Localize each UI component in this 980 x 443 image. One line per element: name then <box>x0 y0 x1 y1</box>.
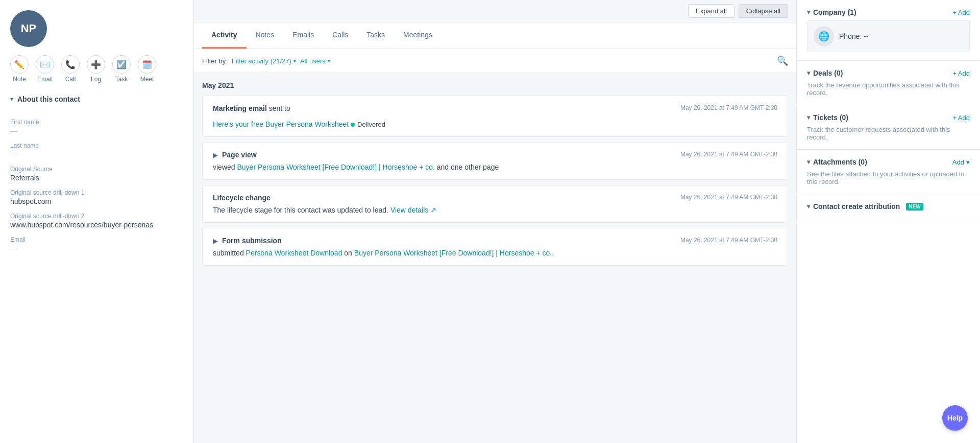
company-chevron-icon: ▾ <box>807 9 810 16</box>
company-add-button[interactable]: + Add <box>952 9 970 16</box>
log-label: Log <box>91 76 101 83</box>
page-view-body: viewed Buyer Persona Worksheet [Free Dow… <box>213 163 777 171</box>
contact-create-attribution-text: Contact create attribution <box>813 202 900 211</box>
attachments-add-caret-icon: ▾ <box>966 158 970 166</box>
delivered-label: Delivered <box>357 121 385 128</box>
call-icon: 📞 <box>61 55 80 74</box>
meet-button[interactable]: 🗓️ Meet <box>138 55 156 83</box>
attachments-add-button[interactable]: Add ▾ <box>952 158 970 166</box>
form-submission-link2[interactable]: Buyer Persona Worksheet [Free Download!]… <box>354 249 554 257</box>
company-logo: 🌐 <box>814 26 834 46</box>
original-source-drill2-label: Original source drill-down 2 <box>10 213 183 220</box>
new-badge: NEW <box>906 203 923 211</box>
lifecycle-change-type: Lifecycle change <box>213 194 271 202</box>
company-section-title: ▾ Company (1) <box>807 8 856 16</box>
tickets-add-button[interactable]: + Add <box>952 114 970 122</box>
email-label: Email <box>37 76 53 83</box>
top-bar: Expand all Collapse all <box>194 0 796 22</box>
task-button[interactable]: ☑️ Task <box>112 55 131 83</box>
tab-notes[interactable]: Notes <box>247 22 284 49</box>
filter-bar: Filter by: Filter activity (21/27) ▾ All… <box>194 49 796 73</box>
first-name-label: First name <box>10 119 183 126</box>
tab-emails[interactable]: Emails <box>283 22 323 49</box>
company-row: 🌐 Phone: -- <box>807 20 970 52</box>
marketing-email-title: Marketing email sent to <box>213 104 290 112</box>
expand-all-button[interactable]: Expand all <box>688 4 734 18</box>
tickets-chevron-icon: ▾ <box>807 114 810 121</box>
log-button[interactable]: ➕ Log <box>87 55 105 83</box>
about-section-header[interactable]: ▾ About this contact <box>10 95 183 103</box>
note-label: Note <box>13 76 26 83</box>
filter-by-label: Filter by: <box>202 57 228 65</box>
email-field: Email — <box>10 229 183 252</box>
attachments-add-label: Add <box>952 158 964 166</box>
tickets-section-title: ▾ Tickets (0) <box>807 113 848 122</box>
original-source-field: Original Source Referrals <box>10 158 183 182</box>
last-name-value: — <box>10 150 183 158</box>
call-button[interactable]: 📞 Call <box>61 55 80 83</box>
form-submission-type: Form submission <box>222 237 282 245</box>
search-icon: 🔍 <box>777 56 788 66</box>
contact-create-attribution-title: ▾ Contact create attribution NEW <box>807 202 923 211</box>
company-phone: Phone: -- <box>839 32 869 40</box>
lifecycle-change-card-header: Lifecycle change May 26, 2021 at 7:49 AM… <box>213 194 777 202</box>
lifecycle-view-details-link[interactable]: View details ↗ <box>390 206 436 214</box>
attachments-section: ▾ Attachments (0) Add ▾ See the files at… <box>797 150 980 194</box>
activity-filter-button[interactable]: Filter activity (21/27) ▾ <box>232 57 296 65</box>
right-sidebar: ▾ Company (1) + Add 🌐 Phone: -- ▾ Deals … <box>796 0 980 443</box>
deals-title-text: Deals (0) <box>813 69 843 77</box>
form-submission-link1[interactable]: Persona Worksheet Download <box>246 249 342 257</box>
last-name-field: Last name — <box>10 135 183 158</box>
activity-filter-caret-icon: ▾ <box>293 58 296 64</box>
deals-add-button[interactable]: + Add <box>952 69 970 77</box>
tickets-section-header[interactable]: ▾ Tickets (0) + Add <box>807 113 970 122</box>
page-view-card-header: ▶ Page view May 26, 2021 at 7:49 AM GMT-… <box>213 151 777 159</box>
note-button[interactable]: ✏️ Note <box>10 55 29 83</box>
first-name-field: First name — <box>10 111 183 135</box>
form-submission-title-row: ▶ Form submission <box>213 237 282 245</box>
deals-section-title: ▾ Deals (0) <box>807 69 843 77</box>
left-sidebar: NP ✏️ Note ✉️ Email 📞 Call ➕ Log ☑️ Task… <box>0 0 194 443</box>
help-button[interactable]: Help <box>942 405 968 431</box>
call-label: Call <box>65 76 76 83</box>
original-source-drill2-field: Original source drill-down 2 www.hubspot… <box>10 205 183 229</box>
page-view-title-row: ▶ Page view <box>213 151 257 159</box>
attachments-description: See the files attached to your activitie… <box>807 170 970 185</box>
marketing-email-type: Marketing email <box>213 104 267 112</box>
user-filter-button[interactable]: All users ▾ <box>300 57 330 65</box>
email-button[interactable]: ✉️ Email <box>36 55 54 83</box>
tabs-bar: Activity Notes Emails Calls Tasks Meetin… <box>194 22 796 49</box>
meet-icon: 🗓️ <box>138 55 156 74</box>
page-view-type: Page view <box>222 151 257 159</box>
form-submission-expand-icon[interactable]: ▶ <box>213 237 218 245</box>
tab-meetings[interactable]: Meetings <box>394 22 442 49</box>
collapse-all-button[interactable]: Collapse all <box>739 4 788 18</box>
company-section-header[interactable]: ▾ Company (1) + Add <box>807 8 970 16</box>
tab-calls[interactable]: Calls <box>323 22 357 49</box>
meet-label: Meet <box>140 76 154 83</box>
search-button[interactable]: 🔍 <box>777 55 788 66</box>
delivered-dot-icon <box>351 123 355 127</box>
attachments-chevron-icon: ▾ <box>807 158 810 166</box>
page-view-link[interactable]: Buyer Persona Worksheet [Free Download!]… <box>237 163 434 171</box>
attachments-section-header[interactable]: ▾ Attachments (0) Add ▾ <box>807 158 970 166</box>
original-source-drill1-field: Original source drill-down 1 hubspot.com <box>10 182 183 205</box>
contact-create-attribution-section: ▾ Contact create attribution NEW <box>797 194 980 223</box>
tab-tasks[interactable]: Tasks <box>357 22 394 49</box>
page-view-expand-icon[interactable]: ▶ <box>213 151 218 159</box>
attachments-section-title: ▾ Attachments (0) <box>807 158 867 166</box>
page-view-timestamp: May 26, 2021 at 7:49 AM GMT-2:30 <box>680 151 777 158</box>
contact-create-attribution-header[interactable]: ▾ Contact create attribution NEW <box>807 202 970 211</box>
lifecycle-change-timestamp: May 26, 2021 at 7:49 AM GMT-2:30 <box>680 194 777 201</box>
marketing-email-link[interactable]: Here's your free Buyer Persona Worksheet <box>213 120 349 128</box>
last-name-label: Last name <box>10 142 183 149</box>
deals-section-header[interactable]: ▾ Deals (0) + Add <box>807 69 970 77</box>
email-label: Email <box>10 236 183 243</box>
company-logo-icon: 🌐 <box>818 31 829 42</box>
marketing-email-card: Marketing email sent to May 26, 2021 at … <box>202 96 788 137</box>
form-submission-on: on <box>344 249 354 257</box>
tab-activity[interactable]: Activity <box>202 22 247 49</box>
main-content: Expand all Collapse all Activity Notes E… <box>194 0 796 443</box>
activity-filter-label: Filter activity (21/27) <box>232 57 291 65</box>
company-title-text: Company (1) <box>813 8 856 16</box>
